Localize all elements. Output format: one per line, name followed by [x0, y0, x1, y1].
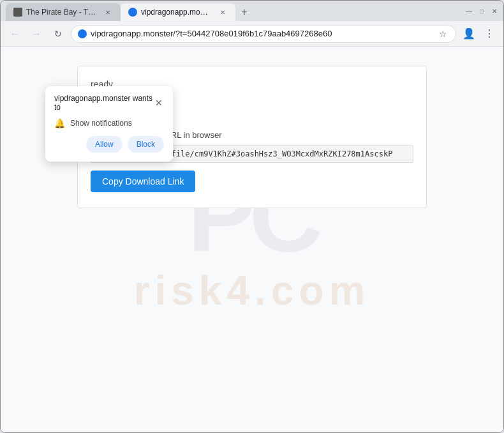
title-bar: The Pirate Bay - The galaxy's m... ✕ vip… — [1, 1, 503, 21]
watermark-risk-text: risk4.com — [134, 267, 371, 314]
profile-icon[interactable]: 👤 — [460, 25, 478, 43]
reload-button[interactable]: ↻ — [49, 25, 67, 43]
back-button[interactable]: ← — [6, 25, 24, 43]
tab-vipdragon[interactable]: vipdragonapp.monster/?t=504... ✕ — [121, 3, 235, 21]
address-input-wrap[interactable]: vipdragonapp.monster/?t=50442708e019f6b1… — [71, 25, 456, 43]
toolbar-icons: 👤 ⋮ — [460, 25, 498, 43]
tab2-title: vipdragonapp.monster/?t=504... — [141, 8, 211, 17]
notif-buttons: Allow Block — [54, 136, 164, 153]
block-button[interactable]: Block — [128, 136, 164, 153]
close-button[interactable]: ✕ — [491, 7, 498, 15]
notif-close-button[interactable]: ✕ — [153, 97, 164, 109]
new-tab-button[interactable]: + — [235, 3, 253, 21]
maximize-button[interactable]: □ — [478, 7, 485, 15]
address-text: vipdragonapp.monster/?t=50442708e019f6b1… — [91, 29, 433, 38]
forward-button[interactable]: → — [27, 25, 45, 43]
tab1-favicon — [13, 8, 22, 17]
tab2-close[interactable]: ✕ — [218, 7, 228, 17]
tab2-favicon — [128, 8, 137, 17]
tab1-close[interactable]: ✕ — [103, 7, 113, 17]
content-area: PC risk4.com ready... d is: 2025 Copy an… — [1, 47, 503, 432]
notif-show-label: Show notifications — [70, 119, 132, 128]
tab-piratebay[interactable]: The Pirate Bay - The galaxy's m... ✕ — [6, 3, 121, 21]
address-favicon — [78, 29, 87, 38]
minimize-button[interactable]: — — [465, 7, 473, 15]
notif-title: vipdragonapp.monster wants to — [54, 94, 153, 112]
menu-icon[interactable]: ⋮ — [480, 25, 498, 43]
notif-row: 🔔 Show notifications — [54, 118, 164, 128]
tab1-title: The Pirate Bay - The galaxy's m... — [26, 8, 96, 17]
allow-button[interactable]: Allow — [86, 136, 122, 153]
window-controls: — □ ✕ — [465, 7, 498, 15]
tab-bar: The Pirate Bay - The galaxy's m... ✕ vip… — [6, 1, 460, 21]
notification-popup: vipdragonapp.monster wants to ✕ 🔔 Show n… — [45, 86, 173, 162]
address-bar: ← → ↻ vipdragonapp.monster/?t=50442708e0… — [1, 21, 503, 47]
bell-icon: 🔔 — [54, 118, 65, 128]
copy-download-button[interactable]: Copy Download Link — [91, 171, 195, 192]
bookmark-icon[interactable]: ☆ — [436, 27, 449, 40]
address-icons: ☆ — [436, 27, 449, 40]
notif-header: vipdragonapp.monster wants to ✕ — [54, 94, 164, 112]
browser-window: The Pirate Bay - The galaxy's m... ✕ vip… — [0, 0, 504, 433]
